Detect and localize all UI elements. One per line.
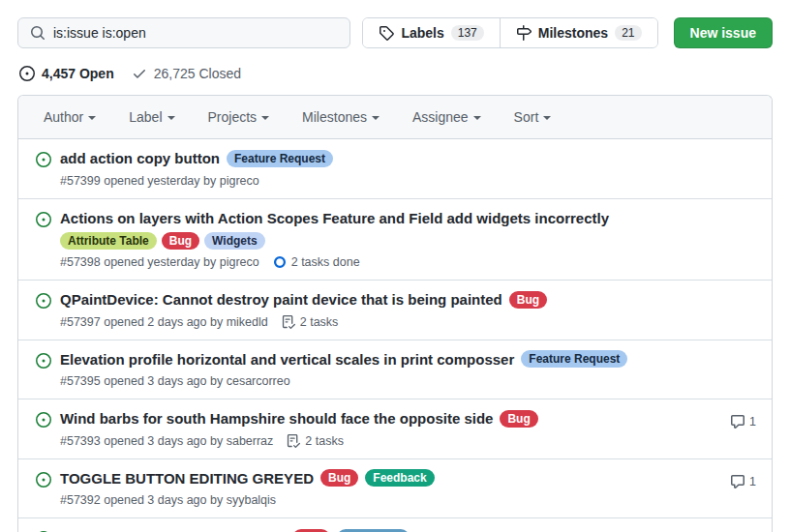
closed-count-label: 26,725 Closed xyxy=(154,66,241,81)
filter-projects[interactable]: Projects xyxy=(208,109,270,125)
issue-opened-icon xyxy=(36,412,51,448)
issue-meta-text: #57399 opened yesterday by pigreco xyxy=(60,174,259,188)
tag-icon xyxy=(379,25,394,41)
labels-milestones-group: Labels 137 Milestones 21 xyxy=(362,17,657,48)
tasks-indicator[interactable]: 2 tasks xyxy=(287,434,344,448)
issue-label[interactable]: Bug xyxy=(500,410,537,428)
issue-opened-icon xyxy=(36,472,51,508)
issue-side: 1 xyxy=(694,409,756,448)
filter-sort[interactable]: Sort xyxy=(514,109,552,125)
tracked-circle-icon xyxy=(273,255,287,269)
milestones-button[interactable]: Milestones 21 xyxy=(500,18,657,47)
filters-bar: AuthorLabelProjectsMilestonesAssigneeSor… xyxy=(18,96,772,139)
issue-meta: #57399 opened yesterday by pigreco xyxy=(60,174,694,188)
issue-main: Elevation profile horizontal and vertica… xyxy=(60,350,694,389)
issue-row: add action copy buttonFeature Request#57… xyxy=(18,139,772,198)
issue-title-link[interactable]: Elevation profile horizontal and vertica… xyxy=(60,350,514,369)
labels-button[interactable]: Labels 137 xyxy=(363,18,499,47)
issue-meta-text: #57392 opened 3 days ago by syybalqis xyxy=(60,493,276,507)
chevron-down-icon xyxy=(88,116,96,120)
issue-label[interactable]: Attribute Table xyxy=(60,232,157,250)
new-issue-button[interactable]: New issue xyxy=(674,17,773,48)
issue-row: QPaintDevice: Cannot destroy paint devic… xyxy=(18,280,772,340)
issue-main: add action copy buttonFeature Request#57… xyxy=(60,149,694,188)
issue-label[interactable]: Feedback xyxy=(365,469,434,487)
issue-meta-text: #57393 opened 3 days ago by saberraz xyxy=(60,434,273,448)
issue-opened-icon xyxy=(19,66,35,81)
issue-side xyxy=(694,149,756,188)
issue-title-link[interactable]: TOGGLE BUTTON EDITING GREYED xyxy=(60,469,314,488)
issue-meta: #57397 opened 2 days ago by mikedld2 tas… xyxy=(60,315,694,329)
labels-button-label: Labels xyxy=(401,25,443,41)
issue-meta: #57398 opened yesterday by pigreco2 task… xyxy=(60,255,694,269)
top-toolbar: Labels 137 Milestones 21 New issue xyxy=(17,17,773,48)
search-icon xyxy=(30,25,46,41)
labels-count-badge: 137 xyxy=(451,25,484,41)
filter-projects-label: Projects xyxy=(208,109,258,125)
filter-assignee-label: Assignee xyxy=(412,109,469,125)
issue-label[interactable]: Widgets xyxy=(204,232,265,250)
issue-opened-icon xyxy=(36,152,51,188)
issue-side xyxy=(694,350,756,389)
comment-count[interactable]: 1 xyxy=(730,474,756,489)
issue-title-link[interactable]: Actions on layers with Action Scopes Fea… xyxy=(60,209,609,228)
issue-label[interactable]: Feature Request xyxy=(227,150,333,167)
issue-main: Actions on layers with Action Scopes Fea… xyxy=(60,209,694,270)
issue-row: Wrong sum for selected featuresBugMap To… xyxy=(18,517,772,532)
issue-main: QPaintDevice: Cannot destroy paint devic… xyxy=(60,290,694,329)
checklist-icon xyxy=(282,315,295,329)
issue-opened-icon xyxy=(36,353,51,389)
issues-listbox: AuthorLabelProjectsMilestonesAssigneeSor… xyxy=(17,95,773,532)
filter-author-label: Author xyxy=(44,109,83,125)
issue-label[interactable]: Bug xyxy=(162,232,199,250)
issue-side: 1 xyxy=(694,469,756,508)
issue-main: TOGGLE BUTTON EDITING GREYEDBugFeedback#… xyxy=(60,469,694,508)
issue-opened-icon xyxy=(36,212,51,270)
filter-milestones[interactable]: Milestones xyxy=(302,109,380,125)
issue-side xyxy=(694,290,756,329)
tasks-done-indicator[interactable]: 2 tasks done xyxy=(273,255,360,269)
filter-label[interactable]: Label xyxy=(129,109,174,125)
issue-labels-line: Attribute TableBugWidgets xyxy=(60,232,694,250)
issue-title-link[interactable]: Wind barbs for south Hampshire should fa… xyxy=(60,409,493,429)
issue-main: Wind barbs for south Hampshire should fa… xyxy=(60,409,694,448)
filter-sort-label: Sort xyxy=(514,109,539,125)
search-input[interactable] xyxy=(53,25,338,41)
open-count-label: 4,457 Open xyxy=(42,66,114,81)
chevron-down-icon xyxy=(372,116,380,120)
closed-issues-tab[interactable]: 26,725 Closed xyxy=(132,66,241,81)
tasks-indicator[interactable]: 2 tasks xyxy=(282,315,339,329)
issue-state-tabs: 4,457 Open 26,725 Closed xyxy=(19,66,773,81)
issue-label[interactable]: Feature Request xyxy=(521,350,627,368)
issue-row: Elevation profile horizontal and vertica… xyxy=(18,340,772,399)
chevron-down-icon xyxy=(473,116,481,120)
comment-icon xyxy=(730,474,745,489)
issue-row: Wind barbs for south Hampshire should fa… xyxy=(18,399,772,458)
issue-side: 1 xyxy=(694,528,756,532)
issue-title-link[interactable]: Wrong sum for selected features xyxy=(60,528,286,532)
issue-title-link[interactable]: QPaintDevice: Cannot destroy paint devic… xyxy=(60,290,502,310)
filter-label-label: Label xyxy=(129,109,162,125)
issue-meta-text: #57398 opened yesterday by pigreco xyxy=(60,255,259,269)
open-issues-tab[interactable]: 4,457 Open xyxy=(19,66,114,81)
chevron-down-icon xyxy=(261,116,269,120)
search-box[interactable] xyxy=(17,17,350,48)
checklist-icon xyxy=(287,434,300,448)
comment-count[interactable]: 1 xyxy=(730,414,756,429)
filter-author[interactable]: Author xyxy=(44,109,96,125)
issue-main: Wrong sum for selected featuresBugMap To… xyxy=(60,528,694,532)
issue-title-link[interactable]: add action copy button xyxy=(60,149,220,168)
chevron-down-icon xyxy=(167,116,175,120)
filter-assignee[interactable]: Assignee xyxy=(412,109,481,125)
issue-meta: #57395 opened 3 days ago by cesarcorreo xyxy=(60,374,694,388)
issue-label[interactable]: Bug xyxy=(320,469,358,487)
issue-meta-text: #57397 opened 2 days ago by mikedld xyxy=(60,315,268,329)
issues-page: Labels 137 Milestones 21 New issue 4,457… xyxy=(0,0,790,532)
milestones-count-badge: 21 xyxy=(615,25,641,41)
milestones-button-label: Milestones xyxy=(538,25,608,41)
issue-side xyxy=(694,209,756,270)
check-icon xyxy=(132,66,147,81)
chevron-down-icon xyxy=(543,116,551,120)
issue-row: TOGGLE BUTTON EDITING GREYEDBugFeedback#… xyxy=(18,458,772,518)
issue-label[interactable]: Bug xyxy=(509,291,547,309)
